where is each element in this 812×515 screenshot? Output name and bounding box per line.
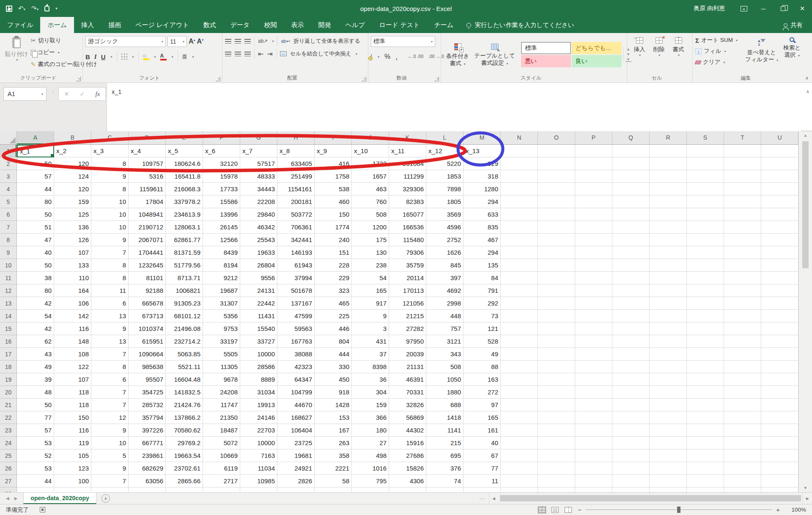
cell-J1[interactable]: x_10 bbox=[352, 145, 389, 157]
cell-A9[interactable]: 40 bbox=[17, 246, 54, 259]
cell-N28[interactable] bbox=[501, 487, 538, 492]
fill-button[interactable]: ↓フィル▾ bbox=[695, 46, 743, 57]
column-header-C[interactable]: C bbox=[91, 131, 129, 144]
cell-D7[interactable]: 2190712 bbox=[129, 221, 166, 234]
cell-B8[interactable]: 126 bbox=[54, 234, 91, 246]
cell-P5[interactable] bbox=[575, 196, 612, 208]
cell-A8[interactable]: 47 bbox=[17, 234, 54, 246]
cell-B11[interactable]: 110 bbox=[54, 272, 91, 284]
cell-F15[interactable]: 9753 bbox=[203, 322, 240, 335]
tab-挿入[interactable]: 挿入 bbox=[74, 17, 101, 33]
cell-I16[interactable]: 804 bbox=[315, 335, 352, 348]
cell-J23[interactable]: 180 bbox=[352, 424, 389, 437]
cell-R8[interactable] bbox=[650, 234, 687, 246]
cell-F10[interactable]: 8194 bbox=[203, 259, 240, 272]
cell-A22[interactable]: 77 bbox=[17, 411, 54, 424]
cell-C25[interactable]: 5 bbox=[91, 449, 129, 462]
cell-N18[interactable] bbox=[501, 361, 538, 373]
cell-A10[interactable]: 50 bbox=[17, 259, 54, 272]
cell-G3[interactable]: 48333 bbox=[240, 170, 277, 183]
currency-format-icon[interactable] bbox=[371, 54, 372, 60]
cell-J5[interactable]: 760 bbox=[352, 196, 389, 208]
cell-H9[interactable]: 146193 bbox=[277, 246, 315, 259]
cell-I14[interactable]: 225 bbox=[315, 310, 352, 322]
cell-I13[interactable]: 465 bbox=[315, 297, 352, 310]
cell-E7[interactable]: 128063.1 bbox=[166, 221, 203, 234]
cell-I15[interactable]: 446 bbox=[315, 322, 352, 335]
delete-cells-button[interactable]: × 削除 ▾ bbox=[649, 35, 669, 74]
cell-K7[interactable]: 166536 bbox=[389, 221, 426, 234]
cell-D5[interactable]: 17804 bbox=[129, 196, 166, 208]
cell-B7[interactable]: 136 bbox=[54, 221, 91, 234]
tab-ヘルプ[interactable]: ヘルプ bbox=[338, 17, 372, 33]
cell-G10[interactable]: 26804 bbox=[240, 259, 277, 272]
cell-D23[interactable]: 397226 bbox=[129, 424, 166, 437]
cell-U4[interactable] bbox=[761, 183, 798, 196]
cell-Q16[interactable] bbox=[612, 335, 650, 348]
clipboard-dialog-launcher-icon[interactable]: ↘ bbox=[76, 77, 81, 81]
cell-G4[interactable]: 34443 bbox=[240, 183, 277, 196]
cell-K27[interactable]: 4306 bbox=[389, 475, 426, 487]
cell-J13[interactable]: 917 bbox=[352, 297, 389, 310]
redo-icon[interactable]: ↷▾ bbox=[31, 5, 38, 12]
cell-B13[interactable]: 106 bbox=[54, 297, 91, 310]
cell-G20[interactable]: 31034 bbox=[240, 386, 277, 399]
cell-T23[interactable] bbox=[724, 424, 761, 437]
cell-H28[interactable] bbox=[277, 487, 315, 492]
cell-E8[interactable]: 62861.77 bbox=[166, 234, 203, 246]
cell-I4[interactable]: 538 bbox=[315, 183, 352, 196]
cell-Q5[interactable] bbox=[612, 196, 650, 208]
cell-M24[interactable]: 40 bbox=[464, 437, 501, 449]
cell-K10[interactable]: 35759 bbox=[389, 259, 426, 272]
paste-button[interactable]: 貼り付け ▾ bbox=[3, 35, 31, 74]
cell-O5[interactable] bbox=[538, 196, 575, 208]
cell-D22[interactable]: 357794 bbox=[129, 411, 166, 424]
cell-R24[interactable] bbox=[650, 437, 687, 449]
column-header-M[interactable]: M bbox=[464, 131, 501, 144]
cell-M5[interactable]: 294 bbox=[464, 196, 501, 208]
cell-P28[interactable] bbox=[575, 487, 612, 492]
cell-K12[interactable]: 170113 bbox=[389, 284, 426, 297]
cell-F7[interactable]: 26145 bbox=[203, 221, 240, 234]
autosum-button[interactable]: Σオート SUM▾ bbox=[695, 35, 743, 46]
cell-E21[interactable]: 21424.76 bbox=[166, 399, 203, 411]
cell-L6[interactable]: 3569 bbox=[426, 208, 464, 221]
cell-J7[interactable]: 1200 bbox=[352, 221, 389, 234]
cell-N23[interactable] bbox=[501, 424, 538, 437]
cell-G24[interactable]: 10000 bbox=[240, 437, 277, 449]
cell-R18[interactable] bbox=[650, 361, 687, 373]
cell-A12[interactable]: 80 bbox=[17, 284, 54, 297]
cell-A24[interactable]: 53 bbox=[17, 437, 54, 449]
cell-H19[interactable]: 64347 bbox=[277, 373, 315, 386]
zoom-slider[interactable] bbox=[586, 509, 772, 510]
underline-icon[interactable]: U bbox=[101, 53, 106, 61]
cell-R20[interactable] bbox=[650, 386, 687, 399]
cell-F25[interactable]: 10669 bbox=[203, 449, 240, 462]
cell-Q20[interactable] bbox=[612, 386, 650, 399]
cell-B2[interactable]: 120 bbox=[54, 157, 91, 170]
cell-C22[interactable]: 12 bbox=[91, 411, 129, 424]
cell-G21[interactable]: 19913 bbox=[240, 399, 277, 411]
number-dialog-launcher-icon[interactable]: ↘ bbox=[434, 77, 439, 81]
align-middle-icon[interactable] bbox=[235, 39, 241, 44]
minimize-button[interactable]: ─ bbox=[754, 0, 773, 17]
cell-P18[interactable] bbox=[575, 361, 612, 373]
cell-O17[interactable] bbox=[538, 348, 575, 361]
cell-E5[interactable]: 337978.2 bbox=[166, 196, 203, 208]
cell-C26[interactable]: 9 bbox=[91, 462, 129, 475]
cell-K8[interactable]: 115480 bbox=[389, 234, 426, 246]
cell-T5[interactable] bbox=[724, 196, 761, 208]
cell-B24[interactable]: 119 bbox=[54, 437, 91, 449]
cell-P3[interactable] bbox=[575, 170, 612, 183]
cell-K28[interactable] bbox=[389, 487, 426, 492]
cell-Q13[interactable] bbox=[612, 297, 650, 310]
cell-U9[interactable] bbox=[761, 246, 798, 259]
cell-U1[interactable] bbox=[761, 145, 798, 157]
cell-S8[interactable] bbox=[687, 234, 724, 246]
cell-O11[interactable] bbox=[538, 272, 575, 284]
cell-O28[interactable] bbox=[538, 487, 575, 492]
cell-N24[interactable] bbox=[501, 437, 538, 449]
cell-M19[interactable]: 163 bbox=[464, 373, 501, 386]
increase-indent-icon[interactable]: ⇥ bbox=[267, 50, 272, 58]
cell-R5[interactable] bbox=[650, 196, 687, 208]
